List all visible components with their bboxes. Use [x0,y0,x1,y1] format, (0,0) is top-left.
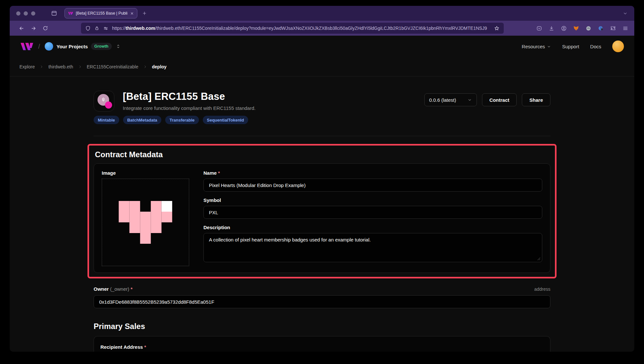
badge-transferable[interactable]: Transferable [165,116,199,124]
project-switcher-chevrons-icon[interactable] [116,44,121,49]
privacy-extension-icon[interactable] [598,25,604,31]
breadcrumb-contract[interactable]: ERC1155CoreInitializable [87,64,138,69]
chevron-right-icon [40,65,43,69]
nav-resources[interactable]: Resources [522,44,551,49]
back-button[interactable] [16,25,28,31]
primary-sales-card: Recipient Address * [94,336,550,352]
header-separator: / [38,43,40,50]
url-domain: thirdweb.com [126,26,155,31]
tab-bar: [Beta] ERC1155 Base | Publishe [10,6,634,21]
shell-extension-icon[interactable] [585,25,592,31]
menu-hamburger-icon[interactable] [622,25,628,31]
chevron-right-icon [143,65,147,69]
plan-badge: Growth [91,43,112,50]
version-select[interactable]: 0.0.6 (latest) [424,93,477,106]
breadcrumb-deploy: deploy [152,64,167,69]
name-label: Name [203,170,217,176]
tab-close-icon[interactable] [130,12,134,15]
share-button[interactable]: Share [522,93,550,106]
url-protocol: https:// [112,26,126,31]
contract-metadata-title: Contract Metadata [95,150,550,159]
permissions-icon[interactable] [103,26,109,31]
lock-icon[interactable] [94,26,99,31]
browser-window: [Beta] ERC1155 Base | Publishe [10,6,634,352]
metamask-extension-icon[interactable] [573,25,579,31]
contract-icon-dot [105,101,112,109]
project-switcher-label[interactable]: Your Projects [57,44,88,49]
section-divider [94,136,550,136]
thirdweb-logo[interactable] [20,42,34,51]
description-label: Description [203,225,542,230]
owner-sublabel: (_owner) [110,286,129,292]
pocket-icon[interactable] [536,25,542,31]
pixel-heart [119,201,172,244]
name-input[interactable] [203,179,542,192]
required-asterisk: * [144,344,146,350]
badge-mintable[interactable]: Mintable [94,116,119,124]
image-upload-dropzone[interactable] [102,179,189,266]
window-controls[interactable] [16,11,35,16]
page-subtitle: Integrate core functionality compliant w… [123,105,256,111]
badge-sequentialtokenid[interactable]: SequentialTokenId [203,116,248,124]
contract-icon [94,91,114,112]
toolbar-extension-icons [536,25,628,31]
nav-resources-label: Resources [522,44,545,49]
nav-support[interactable]: Support [562,44,579,49]
shield-icon[interactable] [85,26,91,31]
page-title: [Beta] ERC1155 Base [123,91,256,102]
list-all-tabs-chevron-icon[interactable] [623,11,628,16]
thirdweb-page: / Your Projects Growth Resources Support… [10,36,634,352]
account-icon[interactable] [561,25,567,31]
version-select-value: 0.0.6 (latest) [429,97,456,103]
description-textarea[interactable]: A collection of pixel heart membership b… [203,233,542,262]
nav-docs[interactable]: Docs [590,44,601,49]
breadcrumb-explore[interactable]: Explore [19,64,35,69]
symbol-label: Symbol [203,197,542,203]
image-label: Image [102,170,189,176]
url-text[interactable]: https://thirdweb.com/thirdweb.eth/ERC115… [112,26,490,31]
chevron-right-icon [78,65,82,69]
reload-button[interactable] [40,25,51,31]
recipient-address-label: Recipient Address [100,344,143,350]
symbol-input[interactable] [203,206,542,219]
breadcrumb-publisher[interactable]: thirdweb.eth [48,64,73,69]
forward-button[interactable] [28,25,40,31]
browser-tab[interactable]: [Beta] ERC1155 Base | Publishe [64,8,137,18]
download-icon[interactable] [548,25,555,31]
minimize-window-button[interactable] [24,11,28,16]
required-asterisk: * [131,286,132,292]
bookmark-star-icon[interactable] [494,26,500,31]
owner-field: Owner (_owner) * address [94,286,550,308]
close-window-button[interactable] [16,11,20,16]
deploy-form-container: [Beta] ERC1155 Base Integrate core funct… [94,76,550,352]
contract-button[interactable]: Contract [482,93,517,106]
breadcrumb: Explore thirdweb.eth ERC1155CoreInitiali… [10,57,634,76]
contract-metadata-card: Image Name * Symbol [94,163,550,273]
user-avatar[interactable] [612,41,624,52]
owner-label: Owner [94,286,109,292]
tab-title: [Beta] ERC1155 Base | Publishe [76,11,128,16]
maximize-window-button[interactable] [31,11,35,16]
browser-toolbar: https://thirdweb.com/thirdweb.eth/ERC115… [10,21,634,36]
primary-sales-title: Primary Sales [94,322,550,331]
site-header: / Your Projects Growth Resources Support… [10,36,634,57]
badge-batchmetadata[interactable]: BatchMetadata [123,116,161,124]
url-bar[interactable]: https://thirdweb.com/thirdweb.eth/ERC115… [81,23,504,34]
thirdweb-favicon [68,11,73,15]
firefox-view-icon[interactable] [51,10,57,17]
project-avatar[interactable] [45,42,53,51]
owner-address-input[interactable] [94,295,550,308]
chevron-down-icon [467,98,472,102]
owner-type-hint: address [534,287,550,292]
new-tab-button[interactable] [142,11,147,16]
extension-badges: Mintable BatchMetadata Transferable Sequ… [94,116,550,124]
extensions-puzzle-icon[interactable] [610,25,616,31]
required-asterisk: * [218,170,220,176]
contract-metadata-highlight: Contract Metadata Image Name * [87,144,557,278]
chevron-down-icon [547,44,551,49]
url-path: /thirdweb.eth/ERC1155CoreInitializable/d… [155,26,487,31]
